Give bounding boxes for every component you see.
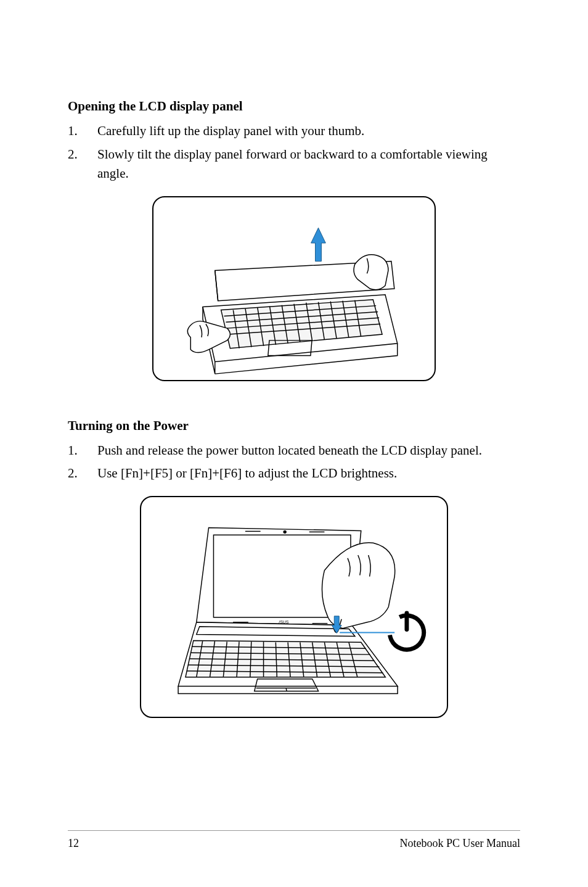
section-2-list: 1. Push and release the power button loc… <box>68 441 520 484</box>
item-number: 1. <box>68 122 97 141</box>
laptop-opening-illustration <box>152 196 436 381</box>
svg-line-42 <box>286 688 287 691</box>
section-1: Opening the LCD display panel 1. Careful… <box>68 99 520 381</box>
item-number: 1. <box>68 441 97 461</box>
page-footer: 12 Notebook PC User Manual <box>68 830 520 850</box>
item-text: Carefully lift up the display panel with… <box>97 122 520 141</box>
item-text: Push and release the power button locate… <box>97 441 520 461</box>
footer-title: Notebook PC User Manual <box>400 837 520 850</box>
section-2: Turning on the Power 1. Push and release… <box>68 418 520 718</box>
page-number: 12 <box>68 837 79 850</box>
section-2-heading: Turning on the Power <box>68 418 520 434</box>
laptop-power-illustration: /SUS <box>140 496 448 718</box>
laptop-power-svg: /SUS <box>141 497 447 717</box>
illustration-1-container <box>68 196 520 381</box>
svg-point-17 <box>284 530 286 533</box>
item-number: 2. <box>68 145 97 184</box>
item-number: 2. <box>68 464 97 484</box>
laptop-open-svg <box>153 197 435 380</box>
list-item: 2. Use [Fn]+[F5] or [Fn]+[F6] to adjust … <box>68 464 520 484</box>
list-item: 2. Slowly tilt the display panel forward… <box>68 145 520 184</box>
list-item: 1. Push and release the power button loc… <box>68 441 520 461</box>
list-item: 1. Carefully lift up the display panel w… <box>68 122 520 141</box>
section-1-list: 1. Carefully lift up the display panel w… <box>68 122 520 184</box>
section-1-heading: Opening the LCD display panel <box>68 99 520 114</box>
up-arrow-icon <box>311 228 326 261</box>
item-text: Use [Fn]+[F5] or [Fn]+[F6] to adjust the… <box>97 464 520 484</box>
illustration-2-container: /SUS <box>68 496 520 718</box>
item-text: Slowly tilt the display panel forward or… <box>97 145 520 184</box>
